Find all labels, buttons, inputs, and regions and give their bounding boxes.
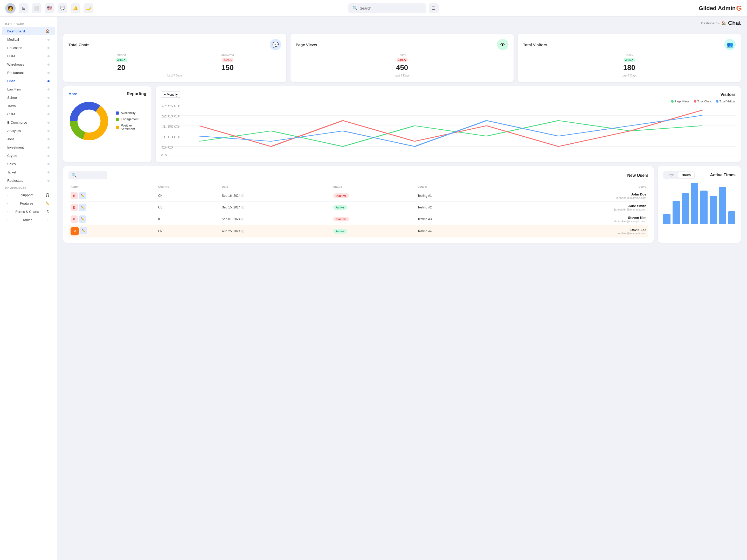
grid-icon-btn[interactable]: ⊞ [19, 3, 28, 13]
stat-footer-tv: Last 7 Days [523, 74, 736, 77]
delete-btn-1[interactable]: 🗑 [71, 192, 78, 199]
toggle-days-btn[interactable]: Days [664, 172, 678, 178]
sidebar-item-realestate[interactable]: Realestate [2, 177, 55, 185]
sidebar-dot-hrm [48, 55, 50, 57]
sidebar-dot-traval [48, 105, 50, 107]
sidebar-item-features[interactable]: ‹ Features ✏️ [2, 199, 55, 207]
legend-sentiment: Positive Sentiment [116, 124, 146, 131]
bar-2 [673, 201, 680, 224]
stat-col-missed: Missed 3.0%↗ 20 [116, 53, 127, 72]
sidebar-item-medical[interactable]: Medical [2, 35, 55, 44]
sidebar-dot-realestate [48, 180, 50, 182]
sidebar-item-crypto[interactable]: Crypto [2, 152, 55, 160]
headset-icon: 🎧 [45, 193, 50, 197]
sidebar-item-jobs[interactable]: Jobs [2, 135, 55, 143]
bar-6 [710, 196, 717, 224]
stat-missed-badge: 3.0%↗ [116, 58, 127, 62]
monthly-dropdown[interactable]: ▾ Monthly [161, 91, 181, 98]
sidebar-item-lawfirm[interactable]: Law Firm [2, 85, 55, 93]
chat-icon-btn[interactable]: 💬 [58, 3, 68, 13]
stat-missed-value: 20 [117, 63, 125, 72]
availability-dot [116, 111, 119, 114]
brand-text: Gilded Admin [699, 5, 736, 12]
moon-icon-btn[interactable]: 🌙 [83, 3, 93, 13]
user-email-4: davidlee@example.com [495, 232, 646, 235]
crop-icon-btn[interactable]: ⬜ [32, 3, 42, 13]
col-date: Date [220, 184, 331, 190]
bell-icon-btn[interactable]: 🔔 [71, 3, 80, 13]
stat-card-header-pageviews: Page Views 👁 [296, 39, 508, 50]
breadcrumb: Dashboard - 🏠 Chat [57, 17, 747, 30]
home-icon: 🏠 [45, 29, 50, 33]
sidebar-dot-investment [48, 146, 50, 149]
bar-col-8 [728, 211, 735, 224]
bar-col-2 [673, 201, 680, 224]
donut-card: More Reporting [63, 86, 152, 162]
avatar[interactable]: 🧑 [5, 3, 16, 14]
bar-col-5 [700, 191, 707, 224]
user-email-1: johndoe@example.com [495, 196, 646, 199]
bar-8 [728, 211, 735, 224]
sidebar-item-chat[interactable]: Chat [2, 77, 55, 85]
sidebar-item-analytics[interactable]: Analytics [2, 127, 55, 135]
sidebar-item-tables[interactable]: ‹ Tables ⊞ [2, 216, 55, 224]
hamburger-btn[interactable]: ☰ [429, 3, 439, 13]
search-input[interactable] [360, 6, 422, 10]
sidebar-item-education[interactable]: Education [2, 44, 55, 52]
user-name-4: David Lee [495, 228, 646, 232]
sidebar-item-crm[interactable]: CRM [2, 110, 55, 118]
delete-btn-3[interactable]: 🗑 [71, 215, 78, 223]
sidebar-item-dashboard[interactable]: Dashboard 🏠 [2, 27, 55, 35]
search-bar: 🔍 [348, 3, 426, 13]
sidebar-item-school[interactable]: School [2, 94, 55, 102]
toggle-hours-btn[interactable]: Hours [678, 172, 694, 178]
chevron-left-icon-4: ‹ [7, 218, 8, 221]
status-cell-2: Active [331, 202, 415, 213]
bar-1 [663, 214, 670, 224]
bar-col-4 [691, 183, 698, 224]
col-status: Status [331, 184, 415, 190]
sidebar-item-sales[interactable]: Sales [2, 160, 55, 168]
user-cell-4: David Lee davidlee@example.com [493, 225, 648, 238]
stats-cards-row: Total Chats 💬 Missed 3.0%↗ 20 Answered 2… [57, 30, 747, 82]
stat-row-visitors: Today 3.1%↗ 180 [523, 53, 736, 72]
sidebar-label-investment: Investment [7, 145, 24, 149]
sidebar-section-dashboard: DASHBOARD [0, 21, 57, 27]
svg-text:150: 150 [161, 125, 180, 128]
sidebar-item-ticket[interactable]: Ticket [2, 168, 55, 176]
active-times-header: Days Hours Active Times [663, 171, 736, 179]
stat-answered-label: Answered [221, 53, 234, 56]
sidebar-dot-crm [48, 113, 50, 115]
line-card-header: ▾ Monthly Visitors [161, 91, 736, 98]
status-badge-1: Inactive [333, 193, 349, 198]
action-cell-4: ↗ ✏️ [69, 225, 156, 238]
sidebar-item-traval[interactable]: Traval [2, 102, 55, 110]
delete-btn-2[interactable]: 🗑 [71, 204, 78, 211]
table-row: 🗑 ✏️ CH Sep 16, 2024 ⓘ Inactive Testing … [69, 190, 648, 202]
grid2-icon: ⊞ [47, 218, 50, 222]
sidebar-label-medical: Medical [7, 37, 19, 42]
sidebar-label-lawfirm: Law Firm [7, 87, 21, 91]
edit-btn-1[interactable]: ✏️ [79, 192, 86, 199]
sidebar-item-restaurant[interactable]: Restaurant [2, 69, 55, 77]
table-search-icon: 🔍 [72, 173, 77, 178]
edit-btn-2[interactable]: ✏️ [79, 204, 86, 211]
flag-icon-btn[interactable]: 🇺🇸 [45, 3, 54, 13]
sidebar-item-forms-charts[interactable]: ‹ Forms & Charts ⏱ [2, 208, 55, 216]
sidebar-item-investment[interactable]: Investment [2, 143, 55, 152]
edit-btn-4[interactable]: ✏️ [80, 227, 87, 234]
line-chart-container: 250 200 150 100 50 0 Feb [161, 105, 736, 157]
edit-btn-3[interactable]: ✏️ [79, 215, 86, 223]
table-search-input[interactable] [78, 174, 104, 177]
sidebar-label-jobs: Jobs [7, 137, 14, 141]
legend-totalchats: Total Chats [694, 100, 712, 103]
new-users-title: New Users [627, 173, 648, 178]
sidebar-item-ecommerce[interactable]: E-Commerce [2, 118, 55, 127]
sidebar-item-support[interactable]: ‹ Support 🎧 [2, 191, 55, 199]
user-email-3: stevenkim@example.com [495, 220, 646, 223]
sidebar-item-warehouse[interactable]: Warehouse [2, 60, 55, 69]
sidebar-dot-warehouse [48, 63, 50, 65]
donut-more-label[interactable]: More [69, 92, 77, 96]
sidebar-item-hrm[interactable]: HRM [2, 52, 55, 60]
table-search: 🔍 [69, 171, 107, 179]
